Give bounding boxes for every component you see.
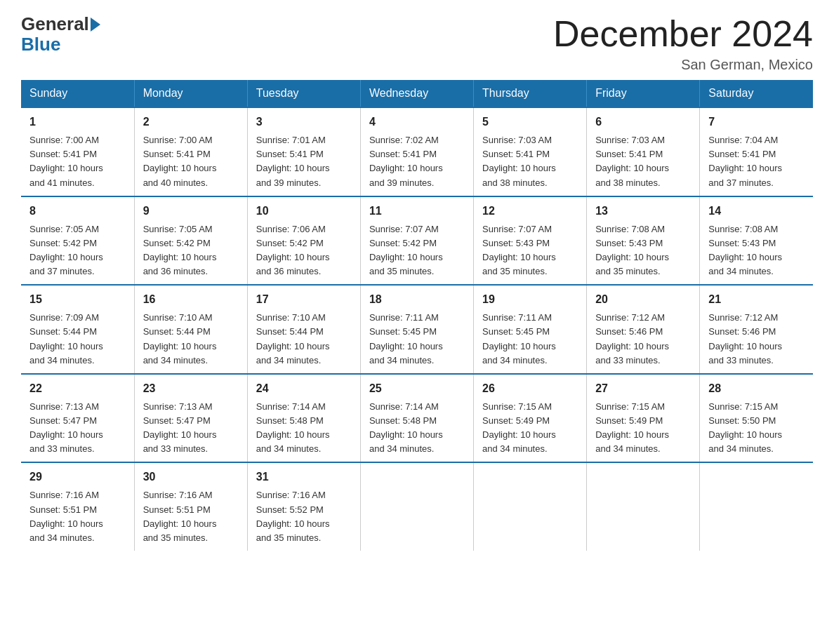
day-info: Sunrise: 7:16 AMSunset: 5:51 PMDaylight:…	[143, 488, 239, 545]
day-number: 22	[29, 380, 126, 397]
day-number: 23	[143, 380, 239, 397]
day-info: Sunrise: 7:14 AMSunset: 5:48 PMDaylight:…	[256, 400, 352, 457]
day-header-thursday: Thursday	[474, 80, 587, 107]
calendar-cell: 16Sunrise: 7:10 AMSunset: 5:44 PMDayligh…	[134, 285, 247, 374]
calendar-cell: 12Sunrise: 7:07 AMSunset: 5:43 PMDayligh…	[474, 196, 587, 286]
calendar-cell: 19Sunrise: 7:11 AMSunset: 5:45 PMDayligh…	[474, 285, 587, 374]
day-header-saturday: Saturday	[700, 80, 813, 107]
calendar-table: SundayMondayTuesdayWednesdayThursdayFrid…	[21, 80, 813, 551]
day-number: 12	[482, 203, 578, 220]
day-number: 10	[256, 203, 352, 220]
day-number: 28	[708, 380, 805, 397]
logo-arrow-icon	[91, 18, 100, 32]
page-header: General Blue December 2024 San German, M…	[21, 14, 813, 73]
calendar-cell: 25Sunrise: 7:14 AMSunset: 5:48 PMDayligh…	[360, 374, 473, 463]
day-number: 20	[595, 291, 691, 308]
day-info: Sunrise: 7:03 AMSunset: 5:41 PMDaylight:…	[482, 133, 578, 190]
day-info: Sunrise: 7:11 AMSunset: 5:45 PMDaylight:…	[482, 311, 578, 368]
calendar-cell	[474, 462, 587, 551]
logo-general-text: General	[21, 14, 89, 34]
calendar-cell: 7Sunrise: 7:04 AMSunset: 5:41 PMDaylight…	[700, 107, 813, 196]
day-header-monday: Monday	[134, 80, 247, 107]
day-info: Sunrise: 7:15 AMSunset: 5:50 PMDaylight:…	[708, 400, 805, 457]
day-number: 30	[143, 469, 239, 485]
day-number: 14	[708, 203, 805, 220]
day-info: Sunrise: 7:16 AMSunset: 5:52 PMDaylight:…	[256, 488, 352, 545]
day-info: Sunrise: 7:07 AMSunset: 5:43 PMDaylight:…	[482, 222, 578, 279]
day-number: 13	[595, 203, 691, 220]
calendar-cell	[587, 462, 700, 551]
logo: General Blue	[21, 14, 100, 54]
day-number: 25	[369, 380, 465, 397]
calendar-cell: 5Sunrise: 7:03 AMSunset: 5:41 PMDaylight…	[474, 107, 587, 196]
day-info: Sunrise: 7:08 AMSunset: 5:43 PMDaylight:…	[595, 222, 691, 279]
calendar-cell	[360, 462, 473, 551]
day-number: 29	[29, 469, 126, 485]
day-number: 1	[29, 114, 126, 130]
logo-blue-text: Blue	[21, 34, 60, 55]
title-section: December 2024 San German, Mexico	[553, 14, 813, 73]
day-number: 5	[482, 114, 578, 130]
month-title: December 2024	[553, 14, 813, 54]
calendar-cell: 26Sunrise: 7:15 AMSunset: 5:49 PMDayligh…	[474, 374, 587, 463]
day-number: 16	[143, 291, 239, 308]
calendar-cell: 27Sunrise: 7:15 AMSunset: 5:49 PMDayligh…	[587, 374, 700, 463]
calendar-week-row: 15Sunrise: 7:09 AMSunset: 5:44 PMDayligh…	[21, 285, 813, 374]
calendar-cell: 9Sunrise: 7:05 AMSunset: 5:42 PMDaylight…	[134, 196, 247, 286]
day-number: 7	[708, 114, 805, 130]
day-info: Sunrise: 7:04 AMSunset: 5:41 PMDaylight:…	[708, 133, 805, 190]
calendar-week-row: 29Sunrise: 7:16 AMSunset: 5:51 PMDayligh…	[21, 462, 813, 551]
day-info: Sunrise: 7:07 AMSunset: 5:42 PMDaylight:…	[369, 222, 465, 279]
day-info: Sunrise: 7:05 AMSunset: 5:42 PMDaylight:…	[143, 222, 239, 279]
day-number: 8	[29, 203, 126, 220]
day-number: 27	[595, 380, 691, 397]
day-info: Sunrise: 7:16 AMSunset: 5:51 PMDaylight:…	[29, 488, 126, 545]
day-info: Sunrise: 7:03 AMSunset: 5:41 PMDaylight:…	[595, 133, 691, 190]
day-info: Sunrise: 7:01 AMSunset: 5:41 PMDaylight:…	[256, 133, 352, 190]
calendar-cell: 24Sunrise: 7:14 AMSunset: 5:48 PMDayligh…	[247, 374, 360, 463]
day-info: Sunrise: 7:13 AMSunset: 5:47 PMDaylight:…	[29, 400, 126, 457]
calendar-week-row: 8Sunrise: 7:05 AMSunset: 5:42 PMDaylight…	[21, 196, 813, 286]
day-number: 4	[369, 114, 465, 130]
calendar-cell: 6Sunrise: 7:03 AMSunset: 5:41 PMDaylight…	[587, 107, 700, 196]
calendar-cell	[700, 462, 813, 551]
day-info: Sunrise: 7:10 AMSunset: 5:44 PMDaylight:…	[256, 311, 352, 368]
calendar-cell: 29Sunrise: 7:16 AMSunset: 5:51 PMDayligh…	[21, 462, 134, 551]
calendar-cell: 8Sunrise: 7:05 AMSunset: 5:42 PMDaylight…	[21, 196, 134, 286]
calendar-cell: 14Sunrise: 7:08 AMSunset: 5:43 PMDayligh…	[700, 196, 813, 286]
day-info: Sunrise: 7:13 AMSunset: 5:47 PMDaylight:…	[143, 400, 239, 457]
day-number: 6	[595, 114, 691, 130]
calendar-cell: 10Sunrise: 7:06 AMSunset: 5:42 PMDayligh…	[247, 196, 360, 286]
calendar-week-row: 1Sunrise: 7:00 AMSunset: 5:41 PMDaylight…	[21, 107, 813, 196]
day-header-tuesday: Tuesday	[247, 80, 360, 107]
calendar-cell: 11Sunrise: 7:07 AMSunset: 5:42 PMDayligh…	[360, 196, 473, 286]
day-info: Sunrise: 7:15 AMSunset: 5:49 PMDaylight:…	[482, 400, 578, 457]
day-header-sunday: Sunday	[21, 80, 134, 107]
calendar-cell: 18Sunrise: 7:11 AMSunset: 5:45 PMDayligh…	[360, 285, 473, 374]
day-number: 3	[256, 114, 352, 130]
day-number: 9	[143, 203, 239, 220]
day-number: 18	[369, 291, 465, 308]
day-info: Sunrise: 7:05 AMSunset: 5:42 PMDaylight:…	[29, 222, 126, 279]
day-info: Sunrise: 7:10 AMSunset: 5:44 PMDaylight:…	[143, 311, 239, 368]
calendar-cell: 1Sunrise: 7:00 AMSunset: 5:41 PMDaylight…	[21, 107, 134, 196]
day-info: Sunrise: 7:00 AMSunset: 5:41 PMDaylight:…	[29, 133, 126, 190]
calendar-cell: 15Sunrise: 7:09 AMSunset: 5:44 PMDayligh…	[21, 285, 134, 374]
calendar-week-row: 22Sunrise: 7:13 AMSunset: 5:47 PMDayligh…	[21, 374, 813, 463]
day-info: Sunrise: 7:12 AMSunset: 5:46 PMDaylight:…	[595, 311, 691, 368]
calendar-header-row: SundayMondayTuesdayWednesdayThursdayFrid…	[21, 80, 813, 107]
calendar-cell: 20Sunrise: 7:12 AMSunset: 5:46 PMDayligh…	[587, 285, 700, 374]
calendar-cell: 28Sunrise: 7:15 AMSunset: 5:50 PMDayligh…	[700, 374, 813, 463]
calendar-cell: 13Sunrise: 7:08 AMSunset: 5:43 PMDayligh…	[587, 196, 700, 286]
day-info: Sunrise: 7:00 AMSunset: 5:41 PMDaylight:…	[143, 133, 239, 190]
day-header-friday: Friday	[587, 80, 700, 107]
day-number: 15	[29, 291, 126, 308]
day-number: 24	[256, 380, 352, 397]
day-number: 11	[369, 203, 465, 220]
day-number: 19	[482, 291, 578, 308]
day-info: Sunrise: 7:08 AMSunset: 5:43 PMDaylight:…	[708, 222, 805, 279]
day-info: Sunrise: 7:12 AMSunset: 5:46 PMDaylight:…	[708, 311, 805, 368]
day-number: 26	[482, 380, 578, 397]
calendar-cell: 23Sunrise: 7:13 AMSunset: 5:47 PMDayligh…	[134, 374, 247, 463]
calendar-cell: 31Sunrise: 7:16 AMSunset: 5:52 PMDayligh…	[247, 462, 360, 551]
